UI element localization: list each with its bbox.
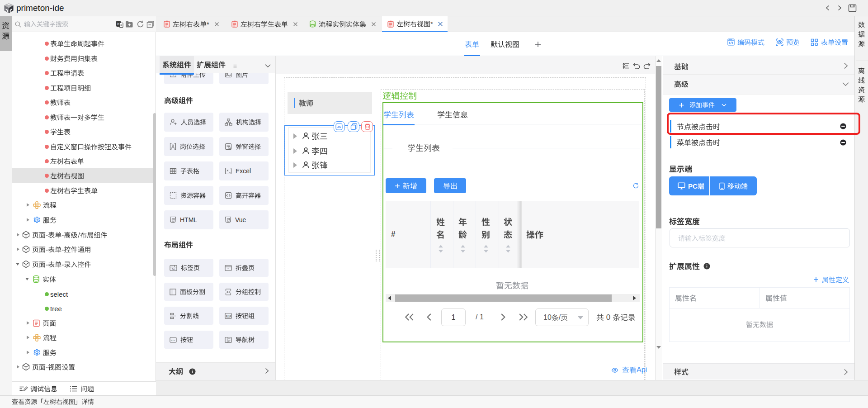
svg-text:BTN: BTN <box>226 315 230 317</box>
svg-text:BTN: BTN <box>171 339 175 341</box>
svg-text:Tab: Tab <box>172 268 175 270</box>
svg-text:JS: JS <box>337 125 341 128</box>
